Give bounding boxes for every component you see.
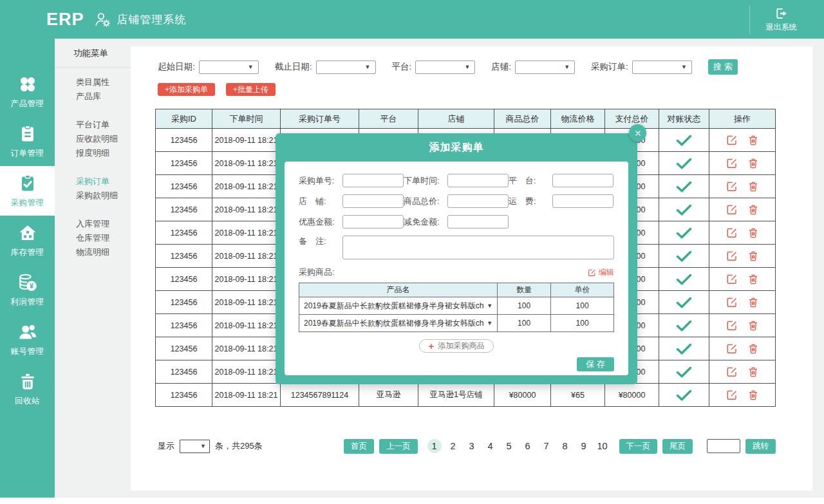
- add-product-button[interactable]: 添加采购商品: [419, 339, 494, 353]
- deduction-amount-input[interactable]: [447, 215, 509, 229]
- shipping-fee-input[interactable]: [552, 194, 613, 208]
- product-name-select[interactable]: 2019春夏新品中长款豹纹蛋糕裙修身半身裙女韩版chic高腰显瘦.....▼: [299, 301, 497, 312]
- edit-button[interactable]: [726, 134, 738, 146]
- edit-icon: [726, 273, 738, 285]
- delete-button[interactable]: [747, 389, 759, 401]
- delete-button[interactable]: [747, 319, 759, 331]
- edit-icon: [726, 203, 738, 216]
- menu-item[interactable]: 仓库管理: [55, 231, 131, 245]
- sidebar-item-clipboard-lines[interactable]: 订单管理: [0, 117, 55, 166]
- edit-button[interactable]: [726, 319, 738, 331]
- po-number-input[interactable]: [342, 174, 404, 187]
- bulk-upload-button[interactable]: +批量上传: [226, 83, 276, 96]
- sidebar-item-label: 采购管理: [11, 198, 44, 209]
- edit-button[interactable]: [726, 180, 738, 192]
- platform-input[interactable]: [552, 174, 613, 187]
- sidebar-item-clipboard-check[interactable]: 采购管理: [0, 166, 55, 216]
- menu-item[interactable]: 类目属性: [55, 75, 131, 89]
- order-time-input[interactable]: [447, 174, 509, 187]
- edit-icon: [726, 366, 738, 378]
- edit-products-link[interactable]: 编辑: [588, 267, 614, 278]
- chevron-down-icon: ▼: [487, 321, 492, 326]
- sidebar-item-account-users[interactable]: 账号管理: [0, 315, 55, 364]
- sidebar-item-profit-coins[interactable]: ¥利润管理: [0, 265, 55, 315]
- menu-item[interactable]: 报度明细: [55, 146, 131, 160]
- field-order-time: 下单时间:: [404, 174, 509, 187]
- purchase-order-select[interactable]: ▼: [632, 61, 692, 74]
- cell-status: [659, 152, 709, 175]
- platform-select[interactable]: ▼: [415, 61, 475, 74]
- check-icon: [676, 389, 692, 401]
- shop-input[interactable]: [342, 194, 404, 208]
- goods-total-input[interactable]: [447, 194, 509, 208]
- jump-page-input[interactable]: [707, 439, 740, 453]
- page-number[interactable]: 5: [502, 439, 516, 453]
- delete-button[interactable]: [747, 296, 759, 308]
- edit-button[interactable]: [726, 296, 738, 308]
- edit-button[interactable]: [726, 389, 738, 401]
- add-purchase-order-button[interactable]: +添加采购单: [158, 83, 215, 96]
- page-number[interactable]: 4: [483, 439, 498, 453]
- delete-button[interactable]: [747, 366, 759, 378]
- menu-item[interactable]: 物流明细: [55, 245, 131, 259]
- product-name-text: 2019春夏新品中长款豹纹蛋糕裙修身半身裙女韩版chic高腰显瘦.....: [304, 301, 484, 312]
- remark-textarea[interactable]: [342, 236, 614, 259]
- page-number[interactable]: 1: [427, 439, 442, 453]
- sidebar-item-grid[interactable]: 产品管理: [0, 67, 55, 117]
- row-actions: [726, 180, 759, 192]
- page-number[interactable]: 3: [465, 439, 479, 453]
- edit-button[interactable]: [726, 366, 738, 378]
- menu-item[interactable]: 采购订单: [55, 174, 131, 189]
- delete-button[interactable]: [747, 342, 759, 355]
- page-number[interactable]: 10: [595, 439, 610, 453]
- menu-item[interactable]: 应收款明细: [55, 132, 131, 146]
- edit-button[interactable]: [726, 227, 738, 239]
- menu-item[interactable]: 平台订单: [55, 118, 131, 132]
- edit-button[interactable]: [726, 203, 738, 216]
- table-header-cell: 下单时间: [212, 109, 281, 129]
- prev-page-button[interactable]: 上一页: [379, 439, 418, 454]
- sidebar-item-recycle-trash[interactable]: 回收站: [0, 364, 55, 414]
- edit-icon: [726, 180, 738, 192]
- page-number[interactable]: 2: [446, 439, 460, 453]
- logout-button[interactable]: 退出系统: [749, 5, 812, 35]
- delete-button[interactable]: [747, 157, 759, 169]
- save-button[interactable]: 保 存: [577, 357, 614, 371]
- next-page-button[interactable]: 下一页: [619, 439, 658, 454]
- delete-button[interactable]: [747, 273, 759, 285]
- page-number[interactable]: 7: [539, 439, 554, 453]
- submenu: 功能菜单 类目属性产品库平台订单应收款明细报度明细采购订单采购款明细入库管理仓库…: [55, 39, 131, 259]
- menu-item[interactable]: 采购款明细: [55, 189, 131, 203]
- jump-button[interactable]: 跳转: [745, 439, 776, 454]
- delete-button[interactable]: [747, 134, 759, 146]
- cell-order-time: 2018-09-11 18:21: [212, 175, 281, 198]
- modal-close-button[interactable]: [629, 124, 646, 142]
- page-size-select[interactable]: ▼: [180, 440, 210, 453]
- delete-button[interactable]: [747, 250, 759, 262]
- shop-select[interactable]: ▼: [515, 61, 575, 74]
- edit-button[interactable]: [726, 273, 738, 285]
- first-page-button[interactable]: 首页: [344, 439, 374, 454]
- page-number[interactable]: 9: [577, 439, 591, 453]
- menu-group: 类目属性产品库: [55, 75, 131, 104]
- search-button[interactable]: 搜 索: [708, 59, 738, 75]
- menu-item[interactable]: 入库管理: [55, 217, 131, 231]
- menu-item[interactable]: 产品库: [55, 89, 131, 104]
- delete-button[interactable]: [747, 203, 759, 216]
- product-name-select[interactable]: 2019春夏新品中长款豹纹蛋糕裙修身半身裙女韩版chic高腰显瘦.....▼: [299, 318, 497, 329]
- delete-button[interactable]: [747, 180, 759, 192]
- end-date-select[interactable]: ▼: [316, 61, 376, 74]
- cell-product-name: 2019春夏新品中长款豹纹蛋糕裙修身半身裙女韩版chic高腰显瘦.....▼: [299, 315, 498, 332]
- last-page-button[interactable]: 尾页: [662, 439, 693, 454]
- page-number[interactable]: 8: [558, 439, 572, 453]
- page-number[interactable]: 6: [521, 439, 535, 453]
- edit-button[interactable]: [726, 157, 738, 169]
- row-actions: [726, 157, 759, 169]
- start-date-select[interactable]: ▼: [199, 61, 259, 74]
- edit-button[interactable]: [726, 342, 738, 355]
- delete-button[interactable]: [747, 227, 759, 239]
- edit-button[interactable]: [726, 250, 738, 262]
- sidebar-item-warehouse-home[interactable]: 库存管理: [0, 216, 55, 265]
- discount-amount-input[interactable]: [342, 215, 404, 229]
- svg-text:¥: ¥: [29, 282, 33, 290]
